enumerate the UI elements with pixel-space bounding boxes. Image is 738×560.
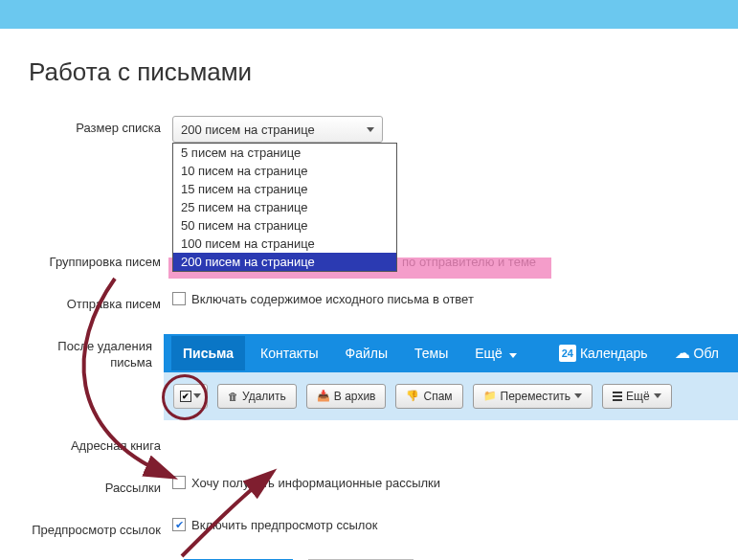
after-delete-label: После удаления письма xyxy=(19,334,164,371)
hamburger-icon xyxy=(613,392,622,401)
delete-button[interactable]: 🗑 Удалить xyxy=(217,384,297,409)
list-size-select[interactable]: 200 писем на странице xyxy=(172,116,383,143)
chevron-down-icon xyxy=(193,393,201,398)
list-size-label: Размер списка xyxy=(19,116,172,137)
link-preview-label: Предпросмотр ссылок xyxy=(19,518,172,539)
select-all-checkbox[interactable] xyxy=(173,384,208,409)
newsletters-checkbox[interactable] xyxy=(172,476,186,489)
chevron-down-icon xyxy=(574,393,582,398)
address-book-label: Адресная книга xyxy=(19,434,172,455)
archive-icon: 📥 xyxy=(317,390,330,402)
checkbox-icon xyxy=(180,391,191,402)
newsletters-checkbox-label: Хочу получать информационные рассылки xyxy=(191,476,440,490)
trash-icon: 🗑 xyxy=(228,391,238,402)
cloud-icon: ☁ xyxy=(675,344,690,362)
list-size-option[interactable]: 15 писем на странице xyxy=(173,180,396,198)
spam-icon: 👎 xyxy=(406,390,419,402)
chevron-down-icon xyxy=(367,127,374,132)
newsletters-label: Рассылки xyxy=(19,476,172,497)
list-size-option[interactable]: 5 писем на странице xyxy=(173,144,396,162)
window-top-bar xyxy=(0,0,738,29)
link-preview-checkbox-label: Включить предпросмотр ссылок xyxy=(191,518,377,532)
list-size-option-selected[interactable]: 200 писем на странице xyxy=(173,253,396,271)
list-size-dropdown: 5 писем на странице 10 писем на странице… xyxy=(172,143,397,272)
grouping-suffix: по отправителю и теме xyxy=(402,255,536,269)
chevron-down-icon xyxy=(509,353,517,358)
list-size-option[interactable]: 100 писем на странице xyxy=(173,235,396,253)
move-button[interactable]: 📁 Переместить xyxy=(473,384,593,409)
tab-mail[interactable]: Письма xyxy=(171,336,245,370)
archive-button[interactable]: 📥 В архив xyxy=(306,384,387,409)
mail-toolbar: Письма Контакты Файлы Темы Ещё 24 Календ… xyxy=(164,334,738,420)
chevron-down-icon xyxy=(654,393,661,398)
sending-label: Отправка писем xyxy=(19,292,172,313)
list-size-selected: 200 писем на странице xyxy=(181,123,315,137)
include-original-label: Включать содержимое исходного письма в о… xyxy=(191,292,474,306)
calendar-icon: 24 xyxy=(559,345,576,362)
tab-themes[interactable]: Темы xyxy=(403,336,459,370)
link-preview-checkbox[interactable] xyxy=(172,518,186,531)
grouping-label: Группировка писем xyxy=(19,250,172,271)
list-size-option[interactable]: 25 писем на странице xyxy=(173,198,396,216)
list-size-option[interactable]: 50 писем на странице xyxy=(173,216,396,235)
spam-button[interactable]: 👎 Спам xyxy=(395,384,462,409)
list-size-option[interactable]: 10 писем на странице xyxy=(173,162,396,180)
tab-calendar[interactable]: 24 Календарь xyxy=(548,335,660,371)
tab-files[interactable]: Файлы xyxy=(334,336,399,370)
tab-contacts[interactable]: Контакты xyxy=(249,336,329,370)
folder-icon: 📁 xyxy=(483,390,497,402)
more-actions-button[interactable]: Ещё xyxy=(602,384,672,409)
tab-more[interactable]: Ещё xyxy=(463,336,528,370)
tab-cloud[interactable]: ☁ Обл xyxy=(663,334,730,371)
page-title: Работа с письмами xyxy=(19,29,738,116)
include-original-checkbox[interactable] xyxy=(172,292,186,305)
